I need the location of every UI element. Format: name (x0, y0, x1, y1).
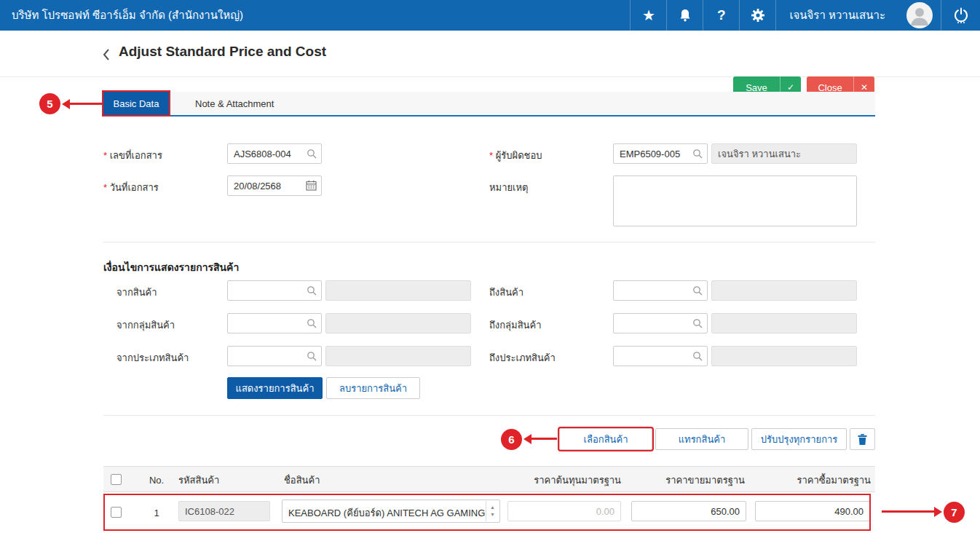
insert-product-label: แทรกสินค้า (679, 432, 726, 447)
annotation-line-7 (882, 510, 934, 513)
settings-button[interactable] (739, 0, 775, 31)
tab-basic-data[interactable]: Basic Data (103, 92, 169, 115)
select-product-button[interactable]: เลือกสินค้า (559, 428, 652, 450)
remark-label: หมายเหตุ (489, 180, 529, 195)
table-header-row: No. รหัสสินค้า ชื่อสินค้า ราคาต้นทุนมาตร… (103, 466, 875, 492)
remark-textarea[interactable] (613, 175, 857, 226)
delete-product-list-button[interactable]: ลบรายการสินค้า (326, 377, 420, 399)
row-std-cost-input (507, 501, 621, 521)
select-all-checkbox[interactable] (111, 474, 122, 485)
delete-rows-button[interactable] (850, 428, 875, 450)
from-product-label: จากสินค้า (116, 285, 157, 300)
col-std-buy: ราคาซื้อมาตรฐาน (757, 467, 871, 493)
annotation-arrow-7 (934, 507, 942, 517)
app-window: บริษัท โปรซอฟท์ ซีอาร์เอ็ม จำกัด (สำนักง… (0, 0, 980, 533)
to-product-label: ถึงสินค้า (489, 285, 523, 300)
annotation-step-7: 7 (944, 502, 965, 523)
doc-no-label: เลขที่เอกสาร (103, 148, 162, 163)
spinner-down-icon: ▼ (490, 511, 495, 518)
search-icon[interactable] (307, 285, 317, 296)
power-icon (954, 7, 968, 23)
bell-icon (679, 8, 692, 23)
col-std-cost: ราคาต้นทุนมาตรฐาน (507, 467, 621, 493)
doc-date-label: วันที่เอกสาร (103, 180, 159, 195)
row-code-field (178, 501, 270, 521)
notifications-button[interactable] (666, 0, 703, 31)
title-bar: Adjust Standard Price and Cost Save ✓ Cl… (0, 31, 980, 77)
from-type-name-field (325, 346, 471, 366)
col-name: ชื่อสินค้า (284, 467, 320, 493)
star-icon: ★ (642, 8, 655, 23)
select-product-label: เลือกสินค้า (584, 432, 628, 447)
gear-icon (751, 8, 765, 23)
insert-product-button[interactable]: แทรกสินค้า (655, 428, 748, 450)
row-name-spinner[interactable]: ▲ ▼ (486, 501, 499, 521)
to-type-name-field (711, 346, 857, 366)
table-row: 1 KEABOARD (คีย์บอร์ด) ANITECH AG GAMING… (103, 494, 875, 533)
annotation-line-6 (531, 438, 557, 440)
tab-bar: Basic Data Note & Attachment (103, 92, 875, 117)
responsible-name-field (711, 143, 857, 164)
annotation-step-5: 5 (39, 93, 60, 114)
col-std-sell: ราคาขายมาตรฐาน (631, 467, 745, 493)
company-name: บริษัท โปรซอฟท์ ซีอาร์เอ็ม จำกัด (สำนักง… (0, 7, 630, 24)
filter-section-title: เงื่อนไขการแสดงรายการสินค้า (103, 259, 239, 275)
page-title: Adjust Standard Price and Cost (119, 44, 326, 60)
user-avatar-button[interactable] (898, 0, 941, 31)
tab-basic-data-label: Basic Data (114, 98, 159, 109)
to-group-name-field (711, 313, 857, 333)
search-icon[interactable] (307, 351, 317, 361)
search-icon[interactable] (307, 149, 317, 159)
help-button[interactable]: ? (703, 0, 739, 31)
calendar-icon[interactable] (306, 180, 317, 191)
trash-icon (857, 433, 868, 446)
user-menu[interactable]: เจนจิรา หวานเสนาะ (775, 0, 898, 31)
row-std-sell-input[interactable] (631, 501, 746, 521)
logout-button[interactable] (941, 0, 980, 31)
annotation-step-6: 6 (501, 429, 522, 450)
row-checkbox[interactable] (111, 507, 122, 518)
col-code: รหัสสินค้า (178, 467, 219, 493)
user-name: เจนจิรา หวานเสนาะ (789, 7, 885, 24)
search-icon[interactable] (692, 351, 703, 361)
update-all-items-button[interactable]: ปรับปรุงทุกรายการ (751, 428, 847, 450)
top-bar: บริษัท โปรซอฟท์ ซีอาร์เอ็ม จำกัด (สำนักง… (0, 0, 980, 31)
from-group-label: จากกลุ่มสินค้า (116, 317, 175, 333)
show-product-list-button[interactable]: แสดงรายการสินค้า (227, 377, 323, 399)
search-icon[interactable] (692, 149, 703, 159)
from-group-name-field (325, 313, 471, 333)
responsible-label: ผู้รับผิดชอบ (489, 148, 542, 163)
question-icon: ? (717, 7, 726, 23)
search-icon[interactable] (307, 318, 317, 328)
search-icon[interactable] (692, 318, 703, 328)
topbar-actions: ★ ? (630, 0, 980, 31)
to-product-name-field (711, 280, 857, 301)
row-std-buy-input[interactable] (755, 501, 870, 521)
to-type-label: ถึงประเภทสินค้า (489, 350, 556, 366)
from-type-label: จากประเภทสินค้า (116, 350, 189, 366)
row-no: 1 (142, 500, 171, 526)
to-group-label: ถึงกลุ่มสินค้า (489, 317, 541, 333)
annotation-line-5 (69, 103, 102, 105)
back-chevron-icon[interactable] (102, 48, 111, 61)
section-divider (103, 242, 875, 242)
spinner-up-icon: ▲ (490, 504, 495, 511)
section-divider (103, 415, 875, 416)
favorites-button[interactable]: ★ (630, 0, 666, 31)
show-product-list-label: แสดงรายการสินค้า (236, 381, 315, 396)
from-product-name-field (325, 280, 471, 301)
row-product-name-text: KEABOARD (คีย์บอร์ด) ANITECH AG GAMING (282, 500, 499, 521)
col-no: No. (142, 467, 171, 493)
tab-note-attachment[interactable]: Note & Attachment (179, 92, 290, 115)
tab-note-attachment-label: Note & Attachment (195, 98, 274, 109)
row-product-name-field[interactable]: KEABOARD (คีย์บอร์ด) ANITECH AG GAMING ▲… (282, 500, 500, 523)
delete-product-list-label: ลบรายการสินค้า (339, 381, 407, 396)
update-all-items-label: ปรับปรุงทุกรายการ (761, 432, 838, 447)
avatar (906, 2, 933, 28)
search-icon[interactable] (692, 285, 703, 296)
